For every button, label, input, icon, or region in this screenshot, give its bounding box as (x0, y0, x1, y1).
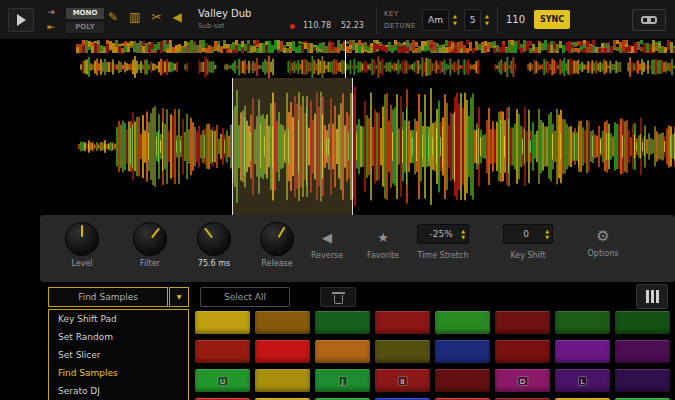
loop-in-icon[interactable]: ⇥ (42, 5, 60, 20)
sample-pad[interactable]: L (555, 369, 610, 392)
loop-out-icon[interactable]: ⇤ (42, 20, 60, 35)
app-root: ⇥ ⇤ MONO POLY ✎ ▥ ✂ ◀ Valley Dub Sub-set… (0, 0, 675, 400)
knob-indicator (151, 228, 160, 239)
time-stretch-field[interactable]: -25% ▲ ▼ (417, 224, 469, 244)
library-view-button[interactable] (636, 284, 668, 309)
menu-item-set-random[interactable]: Set Random (49, 328, 188, 346)
delete-button[interactable] (320, 287, 356, 307)
menu-item-serato-dj[interactable]: Serato DJ (49, 382, 188, 400)
select-all-button[interactable]: Select All (200, 287, 290, 307)
sample-pad[interactable]: U (195, 369, 250, 392)
sample-pad[interactable] (255, 340, 310, 363)
duration-value: 52.23 (341, 21, 364, 30)
pad-mode-dropdown[interactable]: Find Samples (48, 287, 168, 307)
sample-pad[interactable] (315, 311, 370, 334)
sample-pad[interactable] (615, 311, 670, 334)
star-icon: ★ (348, 227, 418, 249)
sync-button[interactable]: SYNC (534, 10, 570, 29)
pad-grid: UJ8DL (195, 311, 670, 400)
stepper-up-icon[interactable]: ▲ (485, 14, 489, 19)
level-knob[interactable]: Level (50, 222, 114, 268)
sample-pad[interactable] (195, 340, 250, 363)
bpm-value: 110.78 (303, 21, 331, 30)
sample-pad[interactable] (435, 369, 490, 392)
sample-pad[interactable]: D (495, 369, 550, 392)
sample-pad[interactable] (615, 340, 670, 363)
sample-pad[interactable] (435, 340, 490, 363)
trash-icon (332, 292, 345, 294)
sample-pad[interactable] (555, 340, 610, 363)
pad-key-label: U (217, 376, 228, 386)
key-shift-stepper[interactable]: ▲ ▼ (545, 229, 549, 240)
sample-pad[interactable]: J (315, 369, 370, 392)
stepper-down-icon[interactable]: ▼ (453, 21, 457, 26)
slice-tool-icon[interactable]: ✂ (151, 10, 161, 24)
stepper-down-icon[interactable]: ▼ (485, 21, 489, 26)
time-stretch-stepper[interactable]: ▲ ▼ (461, 229, 465, 240)
knob-label: Filter (118, 259, 182, 268)
toolbar-divider (497, 6, 498, 34)
mono-button[interactable]: MONO (66, 8, 104, 19)
pad-key-label: 8 (397, 376, 407, 386)
record-indicator (290, 24, 295, 29)
sample-pad[interactable] (495, 311, 550, 334)
toolbar: ⇥ ⇤ MONO POLY ✎ ▥ ✂ ◀ Valley Dub Sub-set… (0, 0, 675, 40)
knob-label: Level (50, 259, 114, 268)
sample-pad[interactable] (255, 369, 310, 392)
stepper-down-icon[interactable]: ▼ (461, 235, 465, 240)
stepper-up-icon[interactable]: ▲ (461, 229, 465, 234)
loop-mode-group: ⇥ ⇤ (42, 5, 60, 35)
key-select[interactable]: Am (422, 9, 449, 31)
menu-item-set-slicer[interactable]: Set Slicer (49, 346, 188, 364)
attack-knob[interactable]: 75.6 ms (182, 222, 246, 268)
sample-pad[interactable] (195, 311, 250, 334)
play-button[interactable] (8, 8, 34, 32)
options-button[interactable]: ⚙ Options (568, 225, 638, 258)
stepper-up-icon[interactable]: ▲ (453, 14, 457, 19)
sample-pad[interactable] (375, 340, 430, 363)
columns-icon (651, 290, 654, 303)
sample-pad[interactable] (615, 369, 670, 392)
sample-pad[interactable] (315, 340, 370, 363)
key-shift-field[interactable]: 0 ▲ ▼ (503, 224, 553, 244)
sample-title: Valley Dub (198, 8, 251, 19)
detune-stepper[interactable]: ▲ ▼ (485, 9, 489, 31)
time-stretch-value: -25% (421, 229, 461, 239)
sample-pad[interactable] (435, 311, 490, 334)
sample-pad[interactable] (255, 311, 310, 334)
toolbar-divider (376, 6, 377, 34)
sample-pad[interactable] (495, 340, 550, 363)
stepper-down-icon[interactable]: ▼ (545, 235, 549, 240)
knob-value: 75.6 ms (182, 259, 246, 268)
draw-tool-icon[interactable]: ✎ (108, 10, 118, 24)
key-stepper[interactable]: ▲ ▼ (453, 9, 457, 31)
key-shift-value: 0 (507, 229, 545, 239)
detune-value: 5 (470, 15, 476, 25)
detune-value-box[interactable]: 5 (464, 9, 481, 31)
knob-indicator (204, 228, 213, 239)
pad-key-label: L (578, 376, 588, 386)
sample-pad[interactable] (555, 311, 610, 334)
columns-icon (646, 290, 649, 303)
knob-indicator (81, 225, 83, 237)
play-icon (17, 14, 26, 26)
overview-waveform[interactable] (0, 40, 675, 78)
key-label: KEY (384, 10, 399, 18)
filter-knob[interactable]: Filter (118, 222, 182, 268)
piano-tool-icon[interactable]: ▥ (129, 10, 140, 24)
gear-icon: ⚙ (568, 225, 638, 247)
pad-key-label: J (338, 376, 347, 386)
stepper-up-icon[interactable]: ▲ (545, 229, 549, 234)
control-bar: Level Filter 75.6 ms Release ◀ Reverse ★… (40, 215, 675, 282)
monitor-tool-icon[interactable]: ◀ (172, 10, 181, 24)
menu-item-key-shift-pad[interactable]: Key Shift Pad (49, 310, 188, 328)
menu-item-find-samples[interactable]: Find Samples (49, 364, 188, 382)
sample-pad[interactable] (375, 311, 430, 334)
main-waveform[interactable] (0, 78, 675, 215)
link-button[interactable] (632, 9, 666, 31)
options-label: Options (568, 249, 638, 258)
poly-button[interactable]: POLY (66, 22, 104, 33)
sample-subtitle: Sub-set (198, 22, 225, 30)
sample-pad[interactable]: 8 (375, 369, 430, 392)
dropdown-arrow-button[interactable]: ▼ (169, 287, 189, 307)
